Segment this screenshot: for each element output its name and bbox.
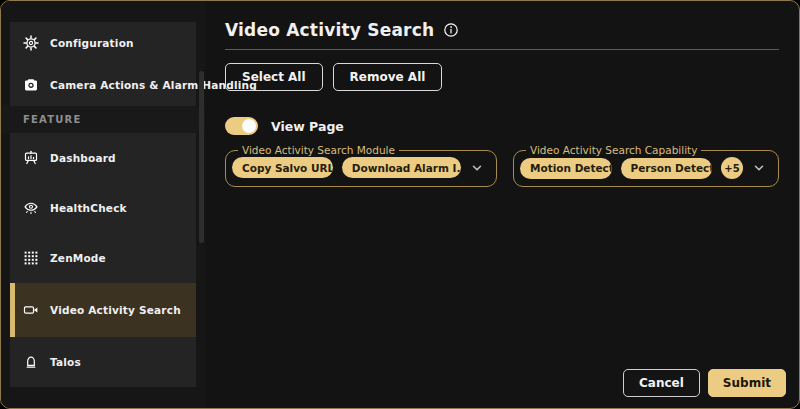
info-icon[interactable] (443, 22, 459, 38)
sidebar-item-configuration[interactable]: Configuration (10, 22, 196, 64)
zenmode-icon (22, 250, 39, 267)
module-chips: Copy Salvo URL Download Alarm I... (232, 157, 486, 178)
main-panel: Video Activity Search Select All Remove … (205, 1, 799, 408)
capability-chips: Motion Detection Person Detection (520, 157, 768, 179)
sidebar-item-label: Video Activity Search (50, 304, 181, 316)
chip-label: Person Detection (631, 162, 712, 174)
cancel-button[interactable]: Cancel (623, 369, 700, 397)
sidebar-item-dashboard[interactable]: Dashboard (10, 133, 196, 183)
sidebar-item-zenmode[interactable]: ZenMode (10, 233, 196, 283)
title-row: Video Activity Search (225, 20, 779, 40)
toggle-label: View Page (271, 119, 344, 134)
dashboard-icon (22, 150, 39, 167)
module-multiselect[interactable]: Video Activity Search Module Copy Salvo … (225, 144, 497, 187)
multiselect-fields: Video Activity Search Module Copy Salvo … (225, 144, 779, 187)
capability-multiselect[interactable]: Video Activity Search Capability Motion … (513, 144, 779, 187)
bulk-actions: Select All Remove All (225, 63, 779, 91)
sidebar-scrollbar-thumb[interactable] (199, 71, 204, 243)
chevron-down-icon[interactable] (752, 161, 768, 175)
dialog-footer: Cancel Submit (623, 369, 786, 397)
sidebar-feature-group: Dashboard HealthCheck (10, 133, 196, 387)
chip-label: Copy Salvo URL (242, 162, 333, 174)
overflow-count-badge[interactable]: +5 (721, 157, 743, 179)
sidebar-item-camera-actions[interactable]: Camera Actions & Alarm Handling (10, 64, 196, 106)
submit-button[interactable]: Submit (708, 369, 786, 397)
healthcheck-icon (22, 200, 39, 217)
camera-icon (22, 77, 39, 94)
settings-dialog: Configuration Camera Actions & Alarm Han… (0, 0, 800, 409)
capability-field-legend: Video Activity Search Capability (526, 144, 701, 156)
sidebar-top-group: Configuration Camera Actions & Alarm Han… (10, 22, 196, 106)
chip-label: Motion Detection (530, 162, 612, 174)
view-page-toggle-row: View Page (225, 117, 779, 135)
sidebar-item-label: HealthCheck (50, 202, 127, 214)
sidebar-item-label: ZenMode (50, 252, 106, 264)
sidebar-item-video-activity-search[interactable]: Video Activity Search (10, 283, 196, 337)
video-camera-icon (22, 302, 39, 319)
dome-icon (22, 354, 39, 371)
sidebar-item-label: Dashboard (50, 152, 116, 164)
chip-copy-salvo-url: Copy Salvo URL (232, 157, 333, 178)
sidebar-item-healthcheck[interactable]: HealthCheck (10, 183, 196, 233)
view-page-toggle[interactable] (225, 117, 258, 135)
remove-all-button[interactable]: Remove All (333, 63, 443, 91)
chip-motion-detection: Motion Detection (520, 158, 612, 179)
sidebar-item-label: Configuration (50, 37, 134, 49)
chevron-down-icon[interactable] (470, 161, 486, 175)
sidebar-item-label: Talos (50, 356, 81, 368)
module-field-legend: Video Activity Search Module (238, 144, 399, 156)
header-divider (225, 49, 779, 50)
gear-icon (22, 35, 39, 52)
sidebar-item-talos[interactable]: Talos (10, 337, 196, 387)
chip-person-detection: Person Detection (621, 158, 712, 179)
sidebar: Configuration Camera Actions & Alarm Han… (1, 1, 205, 408)
sidebar-section-feature: FEATURE (1, 106, 205, 133)
toggle-knob (242, 119, 256, 133)
chip-label: Download Alarm I... (352, 162, 461, 174)
select-all-button[interactable]: Select All (225, 63, 323, 91)
page-title: Video Activity Search (225, 20, 434, 40)
section-label: FEATURE (23, 114, 82, 125)
chip-download-alarm: Download Alarm I... (342, 157, 461, 178)
